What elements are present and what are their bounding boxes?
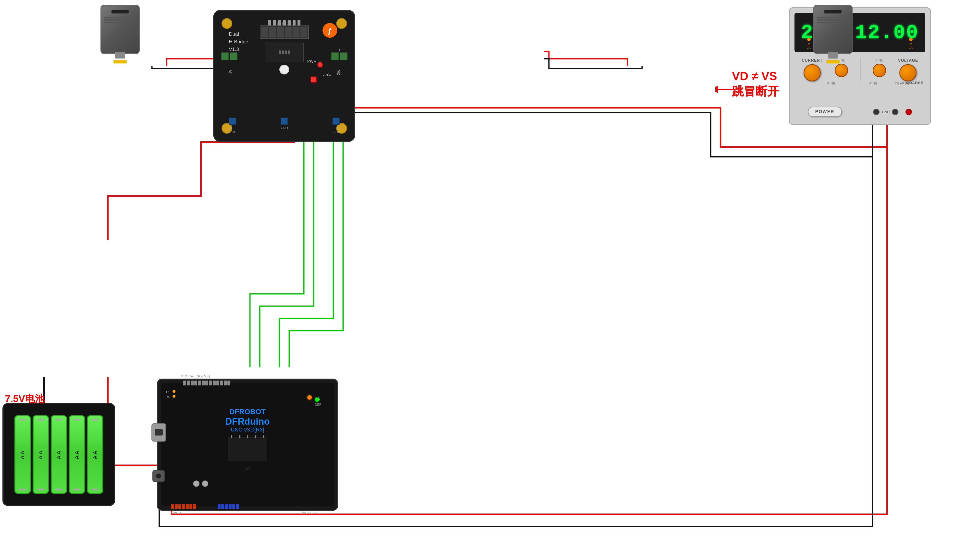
battery-pack: AA AA AA AA AA [2, 403, 115, 506]
hbridge-board: S30311 Dual H-Bridge V1.3 ƒ [213, 10, 355, 142]
ps-coarse-right-label: COARSE [906, 81, 923, 85]
conn-pin-1 [268, 20, 271, 25]
conn-pin-5 [288, 20, 291, 25]
hbridge-bottom-labels: VD GND VS [228, 126, 341, 130]
heatsink-fin-3 [277, 27, 284, 38]
dpin-8 [209, 380, 212, 385]
motor-left-vents [104, 17, 136, 23]
motor-right-terminal [826, 60, 840, 63]
ps-voltage-fine-label: FINE [875, 58, 883, 62]
ic-pin-3 [285, 51, 287, 54]
cell4-top [73, 419, 80, 420]
hbridge-m1-terminals [221, 52, 237, 60]
apin-a1 [221, 504, 224, 509]
heatsink-fin-1 [261, 27, 268, 38]
conn-pin-3 [278, 20, 281, 25]
hbridge-vdvs-led [311, 77, 317, 82]
ic-leg-4 [255, 435, 256, 438]
dpin-7 [205, 380, 208, 385]
arduino-tx-led [172, 390, 175, 393]
heatsink-fin-4 [285, 27, 292, 38]
hbridge-e2m2-label: E2 M2 [332, 130, 341, 134]
ps-voltage-knob-label: VOLTAGE [898, 58, 918, 63]
dpin-9 [213, 380, 216, 385]
ppin-gnd1 [186, 504, 189, 509]
ic-leg-1 [231, 435, 232, 438]
cell2-top [37, 419, 44, 420]
gnd-label: GND [281, 126, 288, 130]
ps-cv-label: V [910, 42, 912, 46]
arduino-surface: DFROBOT DFRduino UNO v3.0[R3] ON ICSP [161, 383, 334, 506]
arduino-power-connector [153, 470, 165, 482]
power-bottom-label: POWER [170, 511, 181, 515]
ps-voltage-fine-knob[interactable] [873, 64, 886, 77]
analog-bottom-label: ANALOG IN [301, 511, 317, 515]
arduino-icsp-label: ICSP [313, 403, 321, 406]
vs-screw [332, 117, 340, 125]
ps-bottom-section: POWER − GND + [789, 107, 930, 117]
vent-r2 [817, 19, 849, 21]
battery-cell-5: AA [87, 415, 103, 494]
ps-plus-terminal[interactable] [905, 109, 912, 115]
vent-3 [104, 22, 136, 23]
apin-a2 [225, 504, 228, 509]
hbridge-pot[interactable] [279, 65, 289, 74]
tx-label: TX [165, 390, 169, 394]
m1-screw-1 [221, 52, 229, 60]
cell2-label: AA [38, 450, 44, 460]
ps-gnd-label: GND [882, 110, 889, 114]
cell5-bot [92, 488, 99, 490]
arduino-version: UNO v3.0[R3] [231, 426, 264, 433]
motor-right-slot [824, 10, 842, 13]
diagram-container: 2.00 12.00 A C.C V C.V CURRENT [0, 0, 980, 550]
conn-pin-6 [293, 20, 296, 25]
hbridge-bottom-terminals [229, 117, 340, 125]
ps-current-knob[interactable] [803, 64, 821, 81]
hbridge-heatsink [260, 25, 309, 39]
arduino-board: DFROBOT DFRduino UNO v3.0[R3] ON ICSP [157, 379, 338, 511]
ic-leg-2 [239, 435, 240, 438]
vd-label: VD [228, 126, 232, 130]
cell3-top [56, 419, 62, 420]
cell2-bot [37, 488, 44, 490]
ps-cv-indicator [909, 38, 913, 41]
vent-r1 [817, 17, 849, 18]
arduino-main-ic [228, 437, 267, 461]
digital-pwm-label: DIGITAL (PWM~) [181, 375, 210, 378]
arduino-power-port [156, 474, 161, 479]
motor-right [808, 5, 858, 64]
cell5-label: AA [92, 450, 98, 460]
motor-left-terminal [113, 60, 127, 63]
hbridge-ic-chip [265, 43, 304, 62]
arduino-brand: DFROBOT [229, 407, 266, 416]
hbridge-title-line2: H-Bridge [229, 39, 248, 44]
hbridge-m2-terminals [331, 52, 347, 60]
cell1-label: AA [19, 450, 26, 460]
ps-gnd-terminal[interactable] [892, 109, 898, 115]
ps-current-fine-knob[interactable] [835, 64, 848, 77]
ic-pins-top [279, 51, 290, 54]
apin-a3 [229, 504, 232, 509]
vent-1 [104, 17, 136, 18]
ps-minus-terminal[interactable] [873, 109, 880, 115]
apin-a4 [232, 504, 235, 509]
heatsink-fin-6 [301, 27, 307, 38]
motor-right-shaft [828, 52, 838, 59]
hbridge-m2-label: M2 [336, 70, 341, 75]
vs-label: VS [337, 126, 341, 130]
arduino-model: DFRduino [225, 416, 270, 427]
ic-pin-2 [282, 51, 284, 54]
arduino-usb-connector [151, 423, 166, 442]
conn-pin-2 [273, 20, 276, 25]
vd-vs-line1: VD ≠ VS [732, 68, 779, 84]
ps-voltage-knob[interactable] [899, 64, 916, 81]
cell4-label: AA [74, 450, 80, 460]
mount-tl [221, 18, 232, 29]
vent-r3 [817, 22, 849, 23]
hbridge-label: Dual H-Bridge V1.3 [229, 30, 248, 53]
m2-screw-2 [340, 52, 347, 60]
arduino-power-pins [171, 504, 196, 509]
cell4-bot [73, 488, 80, 490]
arduino-on-led [315, 398, 319, 402]
ps-power-button[interactable]: POWER [808, 107, 842, 117]
